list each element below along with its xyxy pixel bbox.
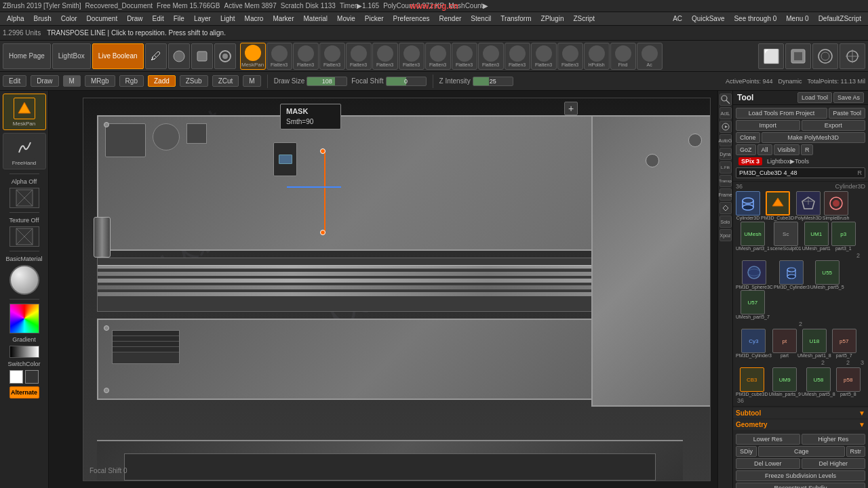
menu-layer[interactable]: Layer (190, 14, 215, 24)
side-tool-anim[interactable] (719, 121, 732, 133)
side-tool-dyna[interactable]: Dyna (719, 148, 732, 160)
brush-meskpan[interactable]: MeskPan (240, 43, 266, 70)
brush-item-5[interactable]: Flatten3 (346, 43, 372, 70)
mesh-pm3d-cube3d[interactable]: PM3D_Cube3D (761, 191, 794, 220)
btn-load-tool[interactable]: Load Tool (797, 92, 832, 103)
btn-import[interactable]: Import (736, 120, 800, 131)
brush-icon-btn4[interactable] (214, 43, 236, 69)
btn-zcut[interactable]: ZCut (212, 75, 239, 87)
canvas-area[interactable]: 人人素材 RRCG 人人素材 人人素材 RRCG (49, 91, 717, 488)
brush-item-8[interactable]: Flatten3 (425, 43, 451, 70)
mesh-umesh-part3[interactable]: UMesh UMesh_part3_1 (736, 222, 770, 251)
brush-item-13[interactable]: Flatten3 (557, 43, 583, 70)
btn-cage[interactable]: Cage (758, 446, 844, 457)
brush-icon-btn3[interactable] (191, 43, 213, 69)
mesh-umesh-p18[interactable]: U18 UMesh_part1_8 (797, 329, 831, 358)
menu-marker[interactable]: Marker (269, 14, 298, 24)
menu-quicksave[interactable]: QuickSave (688, 14, 728, 24)
brush-item-3[interactable]: Flatten3 (293, 43, 319, 70)
z-intensity-slider[interactable]: 25 (473, 77, 513, 86)
btn-goz[interactable]: GoZ (736, 144, 756, 155)
btn-higher-res[interactable]: Higher Res (802, 434, 866, 445)
menu-macro[interactable]: Macro (241, 14, 268, 24)
btn-zsub[interactable]: ZSub (180, 75, 208, 87)
mesh-pm3d-cyl3b[interactable]: Cy3 PM3D_Cylinder3 (736, 329, 772, 358)
right-icon3[interactable] (812, 43, 838, 69)
mesh-umain-parts9[interactable]: UM9 UMain_parts_9 (768, 367, 800, 396)
menu-seethrough[interactable]: See through 0 (730, 14, 781, 24)
mesh-umesh-part57[interactable]: U57 UMesh_part5_7 (736, 290, 770, 319)
menu-movie[interactable]: Movie (333, 14, 359, 24)
tab-lightbox[interactable]: LightBox (52, 43, 91, 69)
brush-item-7[interactable]: Flatten3 (399, 43, 425, 70)
btn-rgb[interactable]: Rgb (119, 75, 144, 87)
btn-rstr[interactable]: Rstr (846, 446, 866, 457)
menu-zplugin[interactable]: ZPlugin (537, 14, 568, 24)
mesh-polymesh3d[interactable]: PolyMesh3D (795, 191, 822, 220)
menu-stencil[interactable]: Stencil (467, 14, 495, 24)
brush-item-9[interactable]: Flatten3 (452, 43, 477, 70)
btn-export[interactable]: Export (802, 120, 866, 131)
lightbox-tools[interactable]: Lightbox▶Tools (767, 158, 809, 165)
btn-freeze-subdiv[interactable]: Freeze Subdivision Levels (736, 470, 865, 481)
mesh-umesh-part55[interactable]: U55 UMesh_part5_5 (810, 260, 844, 289)
left-tool-meskpan[interactable]: MeskPan (3, 94, 46, 130)
menu-brush[interactable]: Brush (30, 14, 56, 24)
menu-menu0[interactable]: Menu 0 (782, 14, 812, 24)
tab-live-boolean[interactable]: Live Boolean (92, 43, 144, 69)
brush-item-16[interactable]: Ac (637, 43, 663, 70)
menu-ac[interactable]: AC (669, 14, 686, 24)
mesh-umesh-p58[interactable]: U58 UMesh_part5_8 (802, 367, 835, 396)
right-icon2[interactable] (785, 43, 811, 69)
menu-zscript[interactable]: ZScript (569, 14, 599, 24)
btn-sdiv[interactable]: SDiy (736, 446, 757, 457)
menu-color[interactable]: Color (57, 14, 81, 24)
btn-mrgb[interactable]: MRgb (85, 75, 115, 87)
side-tool-zoom[interactable] (719, 94, 732, 106)
alpha-preview[interactable] (9, 188, 39, 208)
alpha-off-label[interactable]: Alpha Off (12, 178, 37, 185)
side-tool-xpoz[interactable]: Xpoz (719, 229, 732, 241)
mesh-part[interactable]: pt part (772, 329, 797, 358)
brush-icon-btn2[interactable] (168, 43, 190, 69)
brush-item-6[interactable]: Flatten3 (372, 43, 398, 70)
color-white[interactable] (9, 370, 23, 384)
canvas-plus-btn[interactable]: + (564, 102, 578, 115)
btn-reconstruct[interactable]: Reconstruct Subdiv (736, 483, 865, 488)
btn-m[interactable]: M (63, 75, 81, 87)
right-icon1[interactable]: ⬜ (758, 43, 784, 69)
side-tool-autog[interactable]: AutoG (719, 134, 732, 146)
texture-off-label[interactable]: Texture Off (9, 217, 39, 224)
brush-item-15[interactable]: Find (610, 43, 636, 70)
menu-transform[interactable]: Transform (496, 14, 535, 24)
btn-zadd[interactable]: Zadd (148, 75, 176, 87)
focal-shift-slider[interactable]: 0 (386, 77, 427, 86)
menu-document[interactable]: Document (83, 14, 122, 24)
material-sphere[interactable] (9, 265, 39, 295)
menu-alpha[interactable]: Alpha (3, 14, 28, 24)
btn-load-from-project[interactable]: Load Tools From Project (736, 108, 827, 119)
draw-size-slider[interactable]: 108 (307, 77, 347, 86)
switch-color-label[interactable]: SwitchColor (7, 361, 40, 367)
menu-file[interactable]: File (170, 14, 189, 24)
side-tool-move[interactable] (719, 202, 732, 214)
side-tool-transp[interactable]: Transp (719, 175, 732, 187)
btn-edit[interactable]: Edit (3, 75, 26, 87)
mesh-part3[interactable]: p3 part3_1 (831, 222, 856, 251)
side-tool-frame[interactable]: Frame (719, 188, 732, 201)
btn-make-polymesh[interactable]: Make PolyMesh3D (762, 132, 865, 143)
btn-all[interactable]: All (757, 144, 772, 155)
subtool-section-header[interactable]: Subtool ▼ (733, 408, 868, 418)
mesh-simplebrush[interactable]: SimpleBrush (823, 191, 850, 220)
brush-item-2[interactable]: Flatten3 (267, 43, 292, 70)
menu-picker[interactable]: Picker (361, 14, 388, 24)
texture-preview[interactable] (9, 226, 39, 247)
menu-render[interactable]: Render (435, 14, 466, 24)
side-tool-actl[interactable]: ActL (719, 107, 732, 119)
btn-save-as[interactable]: Save As (833, 92, 864, 103)
brush-item-4[interactable]: Flatten3 (319, 43, 345, 70)
brush-item-14[interactable]: HPolish (584, 43, 610, 70)
tab-home[interactable]: Home Page (3, 43, 51, 69)
mesh-pm3d-cyl3[interactable]: PM3D_Cylinder3 (774, 260, 810, 289)
btn-visible[interactable]: Visible (774, 144, 800, 155)
